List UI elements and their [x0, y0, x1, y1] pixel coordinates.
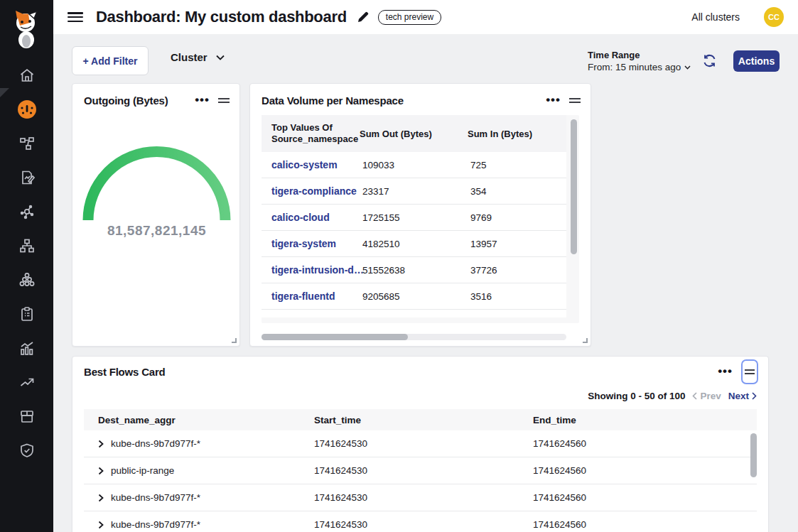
end-time: 1741624560: [529, 519, 757, 530]
end-time: 1741624560: [529, 465, 757, 476]
namespace-link[interactable]: tigera-compliance: [271, 185, 357, 197]
topbar: Dashboard: My custom dashboard tech prev…: [53, 0, 798, 34]
vertical-scrollbar[interactable]: [750, 433, 757, 477]
table-row: tigera-fluentd 9205685 3516: [261, 283, 566, 310]
network-tree-icon[interactable]: [0, 235, 53, 256]
column-header: Start_time: [310, 415, 529, 425]
dest-name: kube-dns-9b7d977f-*: [111, 438, 200, 449]
next-page-button[interactable]: Next: [728, 391, 757, 401]
start-time: 1741624530: [310, 438, 529, 449]
gauge-value: 81,587,821,145: [72, 223, 241, 239]
horizontal-scrollbar[interactable]: [261, 334, 408, 340]
gauge-arc: [82, 141, 232, 224]
chevron-down-icon: [684, 65, 691, 70]
clipboard-icon[interactable]: [0, 303, 53, 325]
table-header: Top Values Of Source_namespace Sum Out (…: [261, 115, 566, 152]
column-header: Sum In (Bytes): [462, 129, 566, 139]
sidebar: [0, 0, 53, 532]
card-menu-icon[interactable]: •••: [195, 97, 210, 104]
time-range-selector[interactable]: Time Range From: 15 minutes ago: [588, 50, 691, 72]
sum-in-value: 725: [465, 160, 566, 170]
cluster-dropdown[interactable]: Cluster: [171, 51, 225, 63]
expand-row-chevron-icon[interactable]: [98, 521, 104, 529]
sum-in-value: 37726: [465, 265, 566, 276]
all-clusters-selector[interactable]: All clusters: [691, 11, 740, 23]
vertical-scrollbar[interactable]: [571, 119, 577, 254]
table-row: tigera-intrusion-d… 51552638 37726: [261, 257, 566, 283]
drag-handle-icon[interactable]: [741, 359, 758, 384]
table-row: kube-dns-9b7d977f-* 1741624530 174162456…: [84, 430, 757, 457]
time-range-value: From: 15 minutes ago: [588, 62, 681, 72]
card-title: Best Flows Card: [84, 366, 166, 378]
drag-handle-icon[interactable]: [218, 98, 230, 103]
sum-out-value: 260302: [357, 317, 465, 318]
namespace-link[interactable]: tigera-intrusion-d…: [271, 264, 364, 276]
sum-in-value: 9769: [465, 212, 566, 223]
sum-out-value: 23317: [357, 186, 465, 197]
table-row: acme 260302 3518: [261, 310, 566, 317]
resize-handle[interactable]: [232, 338, 237, 343]
namespace-link[interactable]: tigera-system: [271, 238, 336, 249]
best-flows-card: Best Flows Card ••• Showing 0 - 50 of 10…: [72, 356, 769, 532]
chevron-right-icon: [752, 392, 757, 400]
end-time: 1741624560: [529, 438, 757, 449]
horizontal-scrollbar-track: [261, 334, 566, 340]
table-row: tigera-compliance 23317 354: [261, 178, 566, 205]
dest-name: kube-dns-9b7d977f-*: [111, 519, 200, 530]
chevron-left-icon: [692, 392, 697, 400]
active-section-wedge: [0, 88, 9, 97]
flows-table: Dest_name_aggr Start_time End_time kube-…: [84, 409, 757, 532]
column-header: End_time: [529, 415, 757, 425]
connections-icon[interactable]: [0, 201, 53, 222]
namespace-link[interactable]: calico-system: [271, 159, 338, 170]
resize-handle[interactable]: [583, 338, 588, 343]
card-title: Outgoing (Bytes): [84, 94, 168, 107]
archive-box-icon[interactable]: [0, 406, 53, 427]
hamburger-menu-icon[interactable]: [68, 12, 83, 22]
card-title: Data Volume per Namespace: [261, 94, 404, 107]
report-edit-icon[interactable]: [0, 167, 53, 188]
service-graph-icon[interactable]: [0, 133, 53, 154]
table-row: public-ip-range 1741624530 1741624560: [84, 457, 757, 484]
namespace-link[interactable]: calico-cloud: [271, 212, 330, 223]
expand-row-chevron-icon[interactable]: [98, 440, 104, 448]
sum-out-value: 51552638: [357, 265, 465, 276]
expand-row-chevron-icon[interactable]: [98, 467, 104, 475]
cluster-dropdown-label: Cluster: [171, 51, 207, 63]
start-time: 1741624530: [310, 492, 529, 503]
dest-name: kube-dns-9b7d977f-*: [111, 492, 200, 503]
namespace-table: Top Values Of Source_namespace Sum Out (…: [261, 115, 566, 317]
prev-page-button[interactable]: Prev: [692, 391, 721, 401]
card-menu-icon[interactable]: •••: [546, 97, 561, 104]
dest-name: public-ip-range: [111, 465, 174, 476]
calico-cat-logo[interactable]: [10, 9, 43, 48]
drag-handle-icon[interactable]: [569, 98, 581, 103]
pagination-status: Showing 0 - 50 of 100: [588, 391, 685, 401]
trend-arrow-icon[interactable]: [0, 371, 53, 393]
cluster-nodes-icon[interactable]: [0, 269, 53, 291]
table-row: kube-dns-9b7d977f-* 1741624530 174162456…: [84, 484, 757, 511]
sum-in-value: 13957: [465, 239, 566, 249]
actions-button[interactable]: Actions: [733, 50, 780, 72]
add-filter-button[interactable]: + Add Filter: [72, 46, 149, 75]
table-row: tigera-system 4182510 13957: [261, 231, 566, 257]
column-header: Sum Out (Bytes): [354, 129, 462, 139]
shield-check-icon[interactable]: [0, 440, 53, 461]
avatar[interactable]: CC: [764, 7, 784, 27]
namespace-link[interactable]: acme: [271, 317, 297, 317]
card-menu-icon[interactable]: •••: [718, 368, 733, 375]
start-time: 1741624530: [310, 465, 529, 476]
namespace-link[interactable]: tigera-fluentd: [271, 291, 335, 302]
home-icon[interactable]: [0, 65, 53, 86]
outgoing-bytes-card: Outgoing (Bytes) ••• 81,587,821,145: [72, 83, 240, 347]
column-header: Top Values Of Source_namespace: [261, 122, 354, 146]
bar-chart-icon[interactable]: [0, 337, 53, 359]
table-row: calico-system 109033 725: [261, 152, 566, 178]
table-row: calico-cloud 1725155 9769: [261, 205, 566, 231]
refresh-icon[interactable]: [702, 53, 717, 71]
expand-row-chevron-icon[interactable]: [98, 494, 104, 502]
dashboard-gauge-icon[interactable]: [0, 99, 53, 120]
edit-pencil-icon[interactable]: [357, 11, 370, 23]
tech-preview-badge: tech preview: [378, 10, 441, 25]
filter-toolbar: + Add Filter Cluster Time Range From: 15…: [53, 34, 798, 78]
